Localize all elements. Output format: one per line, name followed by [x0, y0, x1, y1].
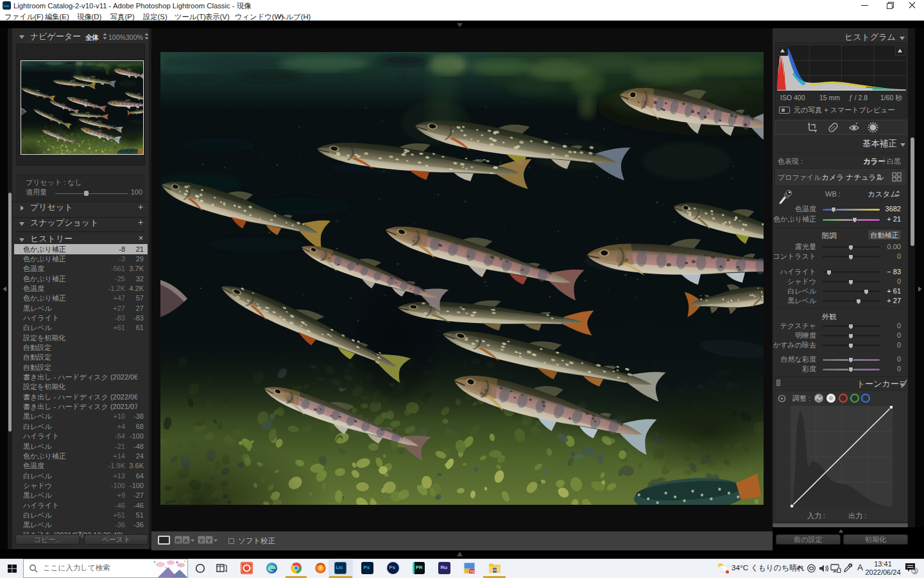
svg-text:3: 3: [913, 568, 916, 574]
svg-text:PSE: PSE: [470, 570, 475, 574]
